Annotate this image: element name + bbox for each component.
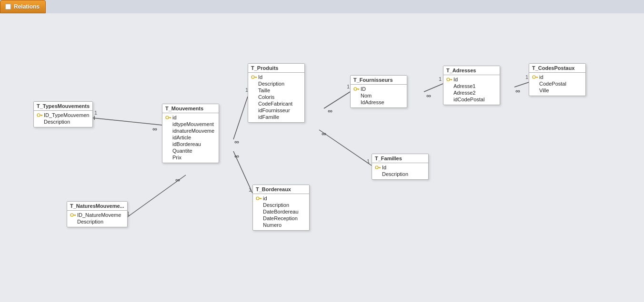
spacer (256, 215, 263, 221)
table-fields-T_TypesMouvements: ID_TypeMouvemen Description (34, 111, 92, 127)
table-T_NaturesMouveme[interactable]: T_NaturesMouveme... ID_NatureMoveme Desc… (67, 201, 128, 227)
table-title-T_Produits: T_Produits (248, 64, 304, 73)
key-icon (353, 87, 359, 91)
field-name: DateBordereau (263, 209, 299, 214)
svg-line-13 (324, 92, 350, 108)
field-name: Description (77, 219, 103, 224)
table-field: idBordereau (164, 141, 217, 147)
svg-text:1: 1 (249, 187, 252, 193)
svg-point-25 (37, 114, 40, 117)
table-fields-T_Fournisseurs: ID Nom IdAdresse (351, 85, 407, 107)
svg-text:∞: ∞ (515, 87, 520, 95)
table-field: CodePostal (531, 80, 584, 87)
table-field: Description (374, 171, 426, 177)
field-name: Adresse1 (453, 83, 475, 89)
key-icon (375, 165, 381, 170)
spacer (251, 94, 258, 100)
spacer (165, 128, 172, 134)
key-icon (165, 115, 171, 120)
table-field: Description (250, 80, 302, 87)
key-icon (256, 196, 262, 201)
table-title-T_Adresses: T_Adresses (443, 66, 500, 75)
table-field: Id (250, 74, 302, 80)
table-field: idArticle (164, 134, 217, 141)
table-field: DateBordereau (255, 208, 307, 215)
svg-line-0 (93, 118, 162, 125)
spacer (165, 121, 172, 127)
svg-text:∞: ∞ (234, 138, 239, 146)
field-name: DateReception (263, 215, 298, 221)
field-name: idBordereau (172, 141, 201, 147)
svg-point-37 (252, 76, 254, 78)
field-name: CodeFabricant (258, 101, 292, 107)
svg-line-7 (233, 97, 248, 139)
svg-text:1: 1 (525, 74, 528, 80)
table-T_Fournisseurs[interactable]: T_Fournisseurs ID Nom IdAdresse (350, 75, 407, 108)
field-name: idFamille (258, 114, 279, 120)
field-name: idCodePostal (453, 97, 484, 102)
table-fields-T_Mouvements: id idtypeMouvement idnatureMouveme idArt… (162, 113, 219, 163)
spacer (446, 97, 453, 102)
table-T_Familles[interactable]: T_Familles Id Description (372, 154, 429, 180)
svg-point-57 (533, 76, 535, 78)
table-field: Numero (255, 222, 307, 228)
table-field: idCodePostal (445, 96, 498, 103)
table-fields-T_NaturesMouveme: ID_NatureMoveme Description (67, 211, 127, 227)
field-name: Description (258, 81, 284, 87)
svg-text:1: 1 (347, 84, 350, 89)
spacer (532, 88, 539, 93)
table-field: Id (374, 164, 426, 171)
svg-line-16 (319, 130, 372, 166)
table-T_Adresses[interactable]: T_Adresses Id Adresse1 Adresse2 idCodePo… (443, 66, 500, 105)
table-field: Description (69, 218, 125, 225)
svg-text:1: 1 (439, 76, 442, 82)
relations-svg: ∞ 1 1 ∞ ∞ 1 ∞ 1 ∞ 1 ∞ 1 ∞ 1 ∞ 1 (0, 13, 644, 302)
svg-text:1: 1 (367, 158, 370, 164)
spacer (165, 135, 172, 140)
table-T_CodesPostaux[interactable]: T_CodesPostaux id CodePostal Ville (529, 63, 586, 96)
table-fields-T_Produits: Id Description Taille Coloris CodeFabric… (248, 73, 304, 122)
table-T_TypesMouvements[interactable]: T_TypesMouvements ID_TypeMouvemen Descri… (33, 101, 93, 127)
table-fields-T_Familles: Id Description (372, 163, 428, 179)
table-fields-T_CodesPostaux: id CodePostal Ville (529, 73, 585, 96)
table-title-T_Bordereaux: T_Bordereaux (253, 185, 309, 194)
table-title-T_NaturesMouveme: T_NaturesMouveme... (67, 202, 127, 211)
svg-point-29 (70, 214, 73, 216)
field-name: idArticle (172, 135, 191, 140)
table-title-T_Fournisseurs: T_Fournisseurs (351, 76, 407, 85)
table-T_Mouvements[interactable]: T_Mouvements id idtypeMouvement idnature… (162, 104, 219, 163)
svg-point-45 (354, 88, 357, 90)
table-field: DateReception (255, 215, 307, 222)
svg-text:∞: ∞ (426, 92, 431, 99)
table-title-T_TypesMouvements: T_TypesMouvements (34, 102, 92, 111)
svg-text:∞: ∞ (322, 130, 326, 137)
key-icon (532, 75, 538, 79)
field-name: IdAdresse (361, 99, 384, 105)
field-name: Adresse2 (453, 90, 475, 96)
table-field: IdAdresse (352, 99, 405, 106)
svg-text:∞: ∞ (234, 152, 239, 160)
table-field: Coloris (250, 94, 302, 100)
field-name: id (172, 115, 177, 120)
table-field: idtypeMouvement (164, 121, 217, 127)
field-name: Description (44, 119, 70, 125)
spacer (446, 83, 453, 89)
spacer (446, 90, 453, 96)
spacer (165, 155, 172, 160)
table-T_Bordereaux[interactable]: T_Bordereaux id Description DateBorderea… (252, 185, 310, 231)
table-field: id (255, 195, 307, 202)
spacer (165, 148, 172, 154)
svg-text:1: 1 (94, 110, 97, 116)
table-field: Ville (531, 87, 584, 94)
table-field: ID (352, 86, 405, 92)
table-title-T_Familles: T_Familles (372, 154, 428, 163)
field-name: Prix (172, 155, 181, 160)
table-T_Produits[interactable]: T_Produits Id Description Taille Coloris… (248, 63, 305, 123)
table-field: Prix (164, 154, 217, 161)
field-name: Id (258, 74, 262, 80)
table-fields-T_Bordereaux: id Description DateBordereau DateRecepti… (253, 194, 309, 230)
field-name: ID (361, 86, 366, 92)
table-field: ID_NatureMoveme (69, 212, 125, 218)
svg-point-53 (447, 78, 450, 81)
key-icon (251, 75, 257, 79)
